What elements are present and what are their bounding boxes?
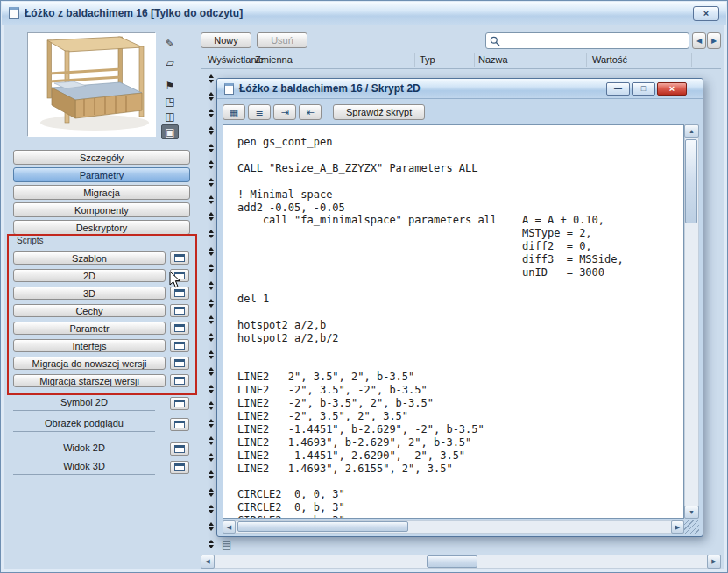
pen-icon[interactable]: ✎ <box>161 36 179 51</box>
window-titlebar[interactable]: Łóżko z baldachimem 16 [Tylko do odczytu… <box>2 2 726 25</box>
row-reorder-spinner[interactable] <box>205 247 216 258</box>
nav-previous-button[interactable]: ◀ <box>692 32 706 49</box>
row-reorder-spinner[interactable] <box>205 195 216 207</box>
row-reorder-spinner[interactable] <box>205 522 216 534</box>
script-button-migracja-nowsza[interactable]: Migracja do nowszej wersji <box>13 357 166 370</box>
open-migracja-starsza-window-button[interactable] <box>170 374 189 387</box>
open-3d-window-button[interactable] <box>170 286 189 300</box>
new-button[interactable]: Nowy <box>201 32 251 48</box>
row-reorder-spinner[interactable] <box>205 488 216 499</box>
row-reorder-spinner[interactable] <box>205 109 216 120</box>
maximize-button[interactable]: □ <box>632 82 655 96</box>
row-reorder-spinner[interactable] <box>205 436 216 448</box>
flag-icon[interactable]: ⚑ <box>161 78 179 93</box>
open-migracja-nowsza-window-button[interactable] <box>170 357 189 370</box>
column-divider <box>474 53 475 67</box>
row-reorder-spinner[interactable] <box>205 453 216 464</box>
row-reorder-spinner[interactable] <box>205 470 216 482</box>
list-lines-icon[interactable]: ≣ <box>248 104 271 120</box>
row-reorder-spinner[interactable] <box>205 281 216 293</box>
sidebar-item-komponenty[interactable]: Komponenty <box>13 202 190 217</box>
row-reorder-spinner[interactable] <box>205 385 216 396</box>
scroll-right-icon[interactable]: ▶ <box>707 555 721 569</box>
script-horizontal-scrollbar[interactable]: ◀ ▶ <box>223 520 684 534</box>
row-reorder-spinner[interactable] <box>205 144 216 155</box>
main-horizontal-scrollbar[interactable]: ◀ ▶ <box>201 555 721 569</box>
column-divider <box>691 53 692 67</box>
row-reorder-spinner[interactable] <box>205 212 216 223</box>
open-symbol-2d-button[interactable] <box>170 397 189 410</box>
row-reorder-spinner[interactable] <box>205 333 216 344</box>
script-button-szablon[interactable]: Szablon <box>13 251 166 265</box>
box-icon[interactable]: ◳ <box>161 94 179 109</box>
script-vertical-scrollbar[interactable]: ▲ ▼ <box>684 124 699 519</box>
scroll-left-icon[interactable]: ◀ <box>201 555 215 569</box>
row-reorder-spinner[interactable] <box>205 178 216 189</box>
view-widok-2d[interactable]: Widok 2D <box>13 442 155 456</box>
resize-grip[interactable] <box>684 520 699 534</box>
row-reorder-spinner[interactable] <box>205 299 216 310</box>
open-widok-3d-button[interactable] <box>170 461 189 474</box>
row-reorder-spinner[interactable] <box>205 126 216 138</box>
script-button-parametr[interactable]: Parametr <box>13 322 166 335</box>
open-parametr-window-button[interactable] <box>170 322 189 335</box>
row-reorder-spinner[interactable] <box>205 92 216 103</box>
eraser-icon[interactable]: ▱ <box>161 55 179 70</box>
sidebar-item-deskryptory[interactable]: Deskryptory <box>13 220 190 235</box>
row-reorder-spinner[interactable] <box>205 419 216 430</box>
delete-button[interactable]: Usuń <box>257 32 307 48</box>
scroll-right-icon[interactable]: ▶ <box>671 520 684 534</box>
script-button-3d[interactable]: 3D <box>13 286 166 300</box>
script-button-interfejs[interactable]: Interfejs <box>13 339 166 352</box>
window-icon <box>174 307 185 315</box>
row-reorder-spinner[interactable] <box>205 401 216 413</box>
close-button[interactable]: × <box>693 6 719 21</box>
scrollbar-thumb[interactable] <box>237 521 408 532</box>
scrollbar-thumb[interactable] <box>685 139 697 223</box>
sidebar-item-migracja[interactable]: Migracja <box>13 185 190 200</box>
row-reorder-spinner[interactable] <box>205 264 216 275</box>
check-script-button[interactable]: Sprawdź skrypt <box>333 104 425 120</box>
minimize-button[interactable]: — <box>606 82 630 96</box>
script-window-titlebar[interactable]: Łóżko z baldachimem 16 / Skrypt 2D — □ × <box>217 79 703 99</box>
row-reorder-spinner[interactable] <box>205 160 216 172</box>
open-interfejs-window-button[interactable] <box>170 339 189 352</box>
scroll-up-icon[interactable]: ▲ <box>684 124 699 138</box>
row-reorder-spinner[interactable] <box>205 540 216 551</box>
scroll-left-icon[interactable]: ◀ <box>223 520 236 534</box>
open-obrazek-podgladu-button[interactable] <box>170 418 189 431</box>
column-nazwa: Nazwa <box>478 54 508 65</box>
row-reorder-spinner[interactable] <box>205 505 216 516</box>
indent-icon[interactable]: ⇥ <box>273 104 296 120</box>
close-script-window-button[interactable]: × <box>657 82 687 96</box>
script-button-cechy[interactable]: Cechy <box>13 304 166 317</box>
row-reorder-spinner[interactable] <box>205 367 216 378</box>
script-editor-text[interactable]: pen gs_cont_pen CALL "Resize_A_B_ZZYZX" … <box>223 125 683 519</box>
view-widok-3d[interactable]: Widok 3D <box>13 461 155 475</box>
open-szablon-window-button[interactable] <box>170 251 189 265</box>
script-editor-area[interactable]: pen gs_cont_pen CALL "Resize_A_B_ZZYZX" … <box>223 124 684 519</box>
search-box[interactable] <box>485 32 689 49</box>
nav-next-button[interactable]: ▶ <box>707 32 721 49</box>
scroll-down-icon[interactable]: ▼ <box>684 506 699 519</box>
cube-icon[interactable]: ◫ <box>161 109 179 124</box>
row-reorder-spinner[interactable] <box>205 74 216 86</box>
insert-grid-icon[interactable]: ▦ <box>223 104 245 120</box>
row-reorder-spinner[interactable] <box>205 315 216 327</box>
row-reorder-spinner[interactable] <box>205 230 216 241</box>
sidebar-item-szczegoly[interactable]: Szczegóły <box>13 150 190 165</box>
script-button-migracja-starsza[interactable]: Migracja starszej wersji <box>13 374 166 387</box>
open-cechy-window-button[interactable] <box>170 304 189 317</box>
window-icon <box>174 377 185 385</box>
open-2d-window-button[interactable] <box>170 269 189 282</box>
view-obrazek-podgladu[interactable]: Obrazek podglądu <box>13 418 155 432</box>
view-symbol-2d[interactable]: Symbol 2D <box>13 397 155 411</box>
row-reorder-spinner[interactable] <box>205 350 216 362</box>
outdent-icon[interactable]: ⇤ <box>299 104 322 120</box>
script-button-2d[interactable]: 2D <box>13 269 166 282</box>
search-input[interactable] <box>503 36 685 46</box>
open-widok-2d-button[interactable] <box>170 442 189 456</box>
screen-icon[interactable]: ▣ <box>161 124 179 139</box>
scrollbar-thumb[interactable] <box>427 555 477 568</box>
sidebar-item-parametry[interactable]: Parametry <box>13 167 190 182</box>
